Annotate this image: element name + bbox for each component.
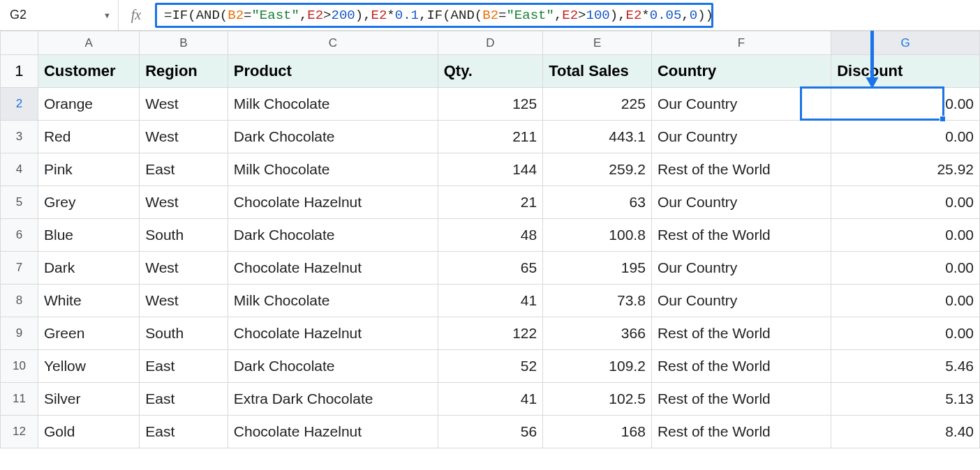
cell-E6[interactable]: 100.8 bbox=[543, 219, 652, 252]
cell-B6[interactable]: South bbox=[140, 219, 228, 252]
row-header-2[interactable]: 2 bbox=[1, 88, 38, 121]
cell-D3[interactable]: 211 bbox=[438, 121, 542, 153]
col-header-D[interactable]: D bbox=[438, 31, 542, 55]
row-header-6[interactable]: 6 bbox=[1, 219, 38, 252]
cell-D12[interactable]: 56 bbox=[438, 416, 542, 448]
cell-E7[interactable]: 195 bbox=[543, 252, 652, 285]
col-header-F[interactable]: F bbox=[651, 31, 831, 55]
cell-D6[interactable]: 48 bbox=[438, 219, 542, 252]
cell-C12[interactable]: Chocolate Hazelnut bbox=[228, 416, 438, 448]
cell-G7[interactable]: 0.00 bbox=[831, 252, 980, 285]
cell-C6[interactable]: Dark Chocolate bbox=[228, 219, 438, 252]
cell-A9[interactable]: Green bbox=[38, 317, 139, 350]
cell-C11[interactable]: Extra Dark Chocolate bbox=[228, 383, 438, 416]
header-cell-F[interactable]: Country bbox=[651, 55, 831, 88]
cell-E2[interactable]: 225 bbox=[543, 88, 652, 121]
cell-D7[interactable]: 65 bbox=[438, 252, 542, 285]
cell-F12[interactable]: Rest of the World bbox=[651, 416, 831, 448]
cell-A4[interactable]: Pink bbox=[38, 153, 139, 186]
header-cell-A[interactable]: Customer bbox=[38, 55, 139, 88]
cell-G12[interactable]: 8.40 bbox=[831, 416, 980, 448]
cell-B7[interactable]: West bbox=[140, 252, 228, 285]
cell-A12[interactable]: Gold bbox=[38, 416, 139, 448]
cell-F7[interactable]: Our Country bbox=[651, 252, 831, 285]
cell-C10[interactable]: Dark Chocolate bbox=[228, 350, 438, 383]
cell-A11[interactable]: Silver bbox=[38, 383, 139, 416]
col-header-A[interactable]: A bbox=[38, 31, 139, 55]
row-header-1[interactable]: 1 bbox=[1, 55, 38, 88]
cell-E5[interactable]: 63 bbox=[543, 186, 652, 219]
cell-B10[interactable]: East bbox=[140, 350, 228, 383]
col-header-G[interactable]: G bbox=[831, 31, 980, 55]
cell-F5[interactable]: Our Country bbox=[651, 186, 831, 219]
cell-A3[interactable]: Red bbox=[38, 121, 139, 153]
cell-A2[interactable]: Orange bbox=[38, 88, 139, 121]
cell-B2[interactable]: West bbox=[140, 88, 228, 121]
cell-A5[interactable]: Grey bbox=[38, 186, 139, 219]
cell-A8[interactable]: White bbox=[38, 285, 139, 317]
cell-D4[interactable]: 144 bbox=[438, 153, 542, 186]
cell-E11[interactable]: 102.5 bbox=[543, 383, 652, 416]
cell-B4[interactable]: East bbox=[140, 153, 228, 186]
cell-G5[interactable]: 0.00 bbox=[831, 186, 980, 219]
name-box-dropdown-icon[interactable]: ▼ bbox=[103, 11, 111, 20]
cell-E8[interactable]: 73.8 bbox=[543, 285, 652, 317]
cell-B9[interactable]: South bbox=[140, 317, 228, 350]
row-header-8[interactable]: 8 bbox=[1, 285, 38, 317]
cell-E4[interactable]: 259.2 bbox=[543, 153, 652, 186]
cell-F11[interactable]: Rest of the World bbox=[651, 383, 831, 416]
cell-D8[interactable]: 41 bbox=[438, 285, 542, 317]
cell-A7[interactable]: Dark bbox=[38, 252, 139, 285]
cell-C9[interactable]: Chocolate Hazelnut bbox=[228, 317, 438, 350]
col-header-E[interactable]: E bbox=[543, 31, 652, 55]
header-cell-D[interactable]: Qty. bbox=[438, 55, 542, 88]
cell-G11[interactable]: 5.13 bbox=[831, 383, 980, 416]
cell-F4[interactable]: Rest of the World bbox=[651, 153, 831, 186]
cell-G6[interactable]: 0.00 bbox=[831, 219, 980, 252]
header-cell-E[interactable]: Total Sales bbox=[543, 55, 652, 88]
spreadsheet-grid[interactable]: ABCDEFG1CustomerRegionProductQty.Total S… bbox=[0, 31, 980, 470]
cell-B3[interactable]: West bbox=[140, 121, 228, 153]
cell-G10[interactable]: 5.46 bbox=[831, 350, 980, 383]
name-box[interactable]: G2 ▼ bbox=[0, 0, 119, 30]
header-cell-C[interactable]: Product bbox=[228, 55, 438, 88]
cell-E12[interactable]: 168 bbox=[543, 416, 652, 448]
cell-D10[interactable]: 52 bbox=[438, 350, 542, 383]
fx-icon[interactable]: fx bbox=[119, 0, 154, 30]
cell-G9[interactable]: 0.00 bbox=[831, 317, 980, 350]
header-cell-G[interactable]: Discount bbox=[831, 55, 980, 88]
cell-B8[interactable]: West bbox=[140, 285, 228, 317]
cell-C8[interactable]: Milk Chocolate bbox=[228, 285, 438, 317]
cell-F8[interactable]: Our Country bbox=[651, 285, 831, 317]
cell-B5[interactable]: West bbox=[140, 186, 228, 219]
cell-A6[interactable]: Blue bbox=[38, 219, 139, 252]
cell-G2[interactable]: 0.00 bbox=[831, 88, 980, 121]
header-cell-B[interactable]: Region bbox=[140, 55, 228, 88]
cell-E3[interactable]: 443.1 bbox=[543, 121, 652, 153]
cell-D2[interactable]: 125 bbox=[438, 88, 542, 121]
cell-D9[interactable]: 122 bbox=[438, 317, 542, 350]
col-header-C[interactable]: C bbox=[228, 31, 438, 55]
cell-C3[interactable]: Dark Chocolate bbox=[228, 121, 438, 153]
cell-A10[interactable]: Yellow bbox=[38, 350, 139, 383]
cell-C7[interactable]: Chocolate Hazelnut bbox=[228, 252, 438, 285]
cell-E10[interactable]: 109.2 bbox=[543, 350, 652, 383]
row-header-12[interactable]: 12 bbox=[1, 416, 38, 448]
row-header-9[interactable]: 9 bbox=[1, 317, 38, 350]
cell-G8[interactable]: 0.00 bbox=[831, 285, 980, 317]
formula-input[interactable]: =IF(AND(B2="East",E2>200),E2*0.1,IF(AND(… bbox=[155, 3, 713, 28]
cell-F9[interactable]: Rest of the World bbox=[651, 317, 831, 350]
row-header-4[interactable]: 4 bbox=[1, 153, 38, 186]
cell-B11[interactable]: East bbox=[140, 383, 228, 416]
row-header-5[interactable]: 5 bbox=[1, 186, 38, 219]
col-header-B[interactable]: B bbox=[140, 31, 228, 55]
cell-F10[interactable]: Rest of the World bbox=[651, 350, 831, 383]
cell-E9[interactable]: 366 bbox=[543, 317, 652, 350]
row-header-10[interactable]: 10 bbox=[1, 350, 38, 383]
cell-B12[interactable]: East bbox=[140, 416, 228, 448]
row-header-11[interactable]: 11 bbox=[1, 383, 38, 416]
cell-F3[interactable]: Our Country bbox=[651, 121, 831, 153]
cell-C4[interactable]: Milk Chocolate bbox=[228, 153, 438, 186]
cell-G4[interactable]: 25.92 bbox=[831, 153, 980, 186]
row-header-3[interactable]: 3 bbox=[1, 121, 38, 153]
